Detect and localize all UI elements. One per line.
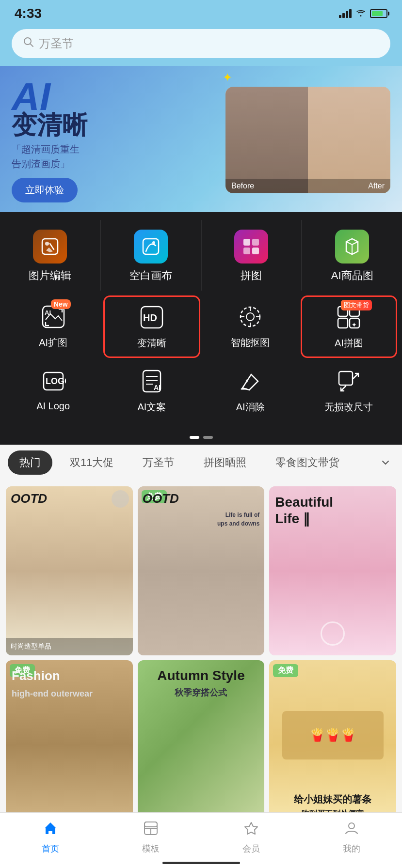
big-tool-puzzle-label: 拼图 bbox=[241, 268, 262, 283]
mine-icon bbox=[344, 821, 359, 840]
search-bar[interactable]: 万圣节 bbox=[12, 29, 390, 58]
nav-template[interactable]: 模板 bbox=[142, 821, 160, 854]
template-card-6[interactable]: 免费 🍟🍟🍟 给小姐妹买的薯条吃到买不到处便宜 bbox=[269, 660, 396, 829]
signal-icon bbox=[339, 9, 352, 18]
big-tool-canvas-label: 空白画布 bbox=[129, 268, 172, 283]
big-tool-edit-label: 图片编辑 bbox=[29, 268, 71, 283]
svg-rect-8 bbox=[243, 248, 250, 254]
svg-text:AI: AI bbox=[45, 309, 51, 316]
big-tool-ai-product-label: AI商品图 bbox=[331, 268, 373, 283]
home-icon bbox=[43, 821, 58, 840]
hero-cta-button[interactable]: 立即体验 bbox=[12, 178, 78, 202]
template-img-1: OOTD 时尚造型单品 bbox=[6, 486, 133, 655]
resize-icon bbox=[333, 366, 364, 397]
hero-text-block: AI 变清晰 「超清画质重生 告别渣画质」 立即体验 bbox=[12, 78, 225, 202]
svg-line-1 bbox=[30, 44, 33, 46]
bottom-indicator bbox=[0, 862, 402, 864]
svg-rect-4 bbox=[143, 239, 159, 254]
big-tool-puzzle[interactable]: 拼图 bbox=[202, 220, 302, 291]
small-tool-ai-erase[interactable]: ✦ AI消除 bbox=[201, 359, 300, 420]
nav-home[interactable]: 首页 bbox=[42, 821, 59, 854]
home-indicator-line bbox=[162, 862, 240, 864]
search-icon bbox=[23, 37, 34, 50]
autumn-style-text: Autumn Style秋季穿搭公式 bbox=[138, 668, 265, 699]
small-tool-cutout-label: 智能抠图 bbox=[231, 336, 270, 349]
svg-point-3 bbox=[45, 242, 49, 246]
template-img-2: 免费 OOTD Life is full of ups and downs bbox=[138, 486, 265, 655]
nav-template-label: 模板 bbox=[142, 843, 160, 854]
small-tool-ai-collage-label: AI拼图 bbox=[335, 337, 363, 350]
before-label: Before bbox=[231, 182, 254, 190]
template-card-1[interactable]: OOTD 时尚造型单品 bbox=[6, 486, 133, 655]
nav-home-label: 首页 bbox=[42, 843, 59, 854]
fashion-text: Fashionhigh-end outerwear bbox=[12, 668, 93, 701]
search-input[interactable]: 万圣节 bbox=[39, 36, 74, 51]
hero-before-image bbox=[225, 87, 308, 193]
member-icon bbox=[243, 821, 259, 840]
small-tool-ai-logo[interactable]: LOGO AI Logo bbox=[4, 359, 102, 420]
puzzle-icon bbox=[234, 230, 268, 264]
svg-rect-35 bbox=[145, 822, 157, 827]
beautiful-life-text: BeautifulLife ‖ bbox=[275, 494, 333, 527]
svg-rect-22 bbox=[338, 318, 348, 328]
battery-icon bbox=[370, 9, 387, 18]
big-tool-edit[interactable]: 图片编辑 bbox=[0, 220, 100, 291]
filter-tab-collage[interactable]: 拼图晒照 bbox=[192, 450, 258, 475]
ai-copy-icon: AI bbox=[136, 366, 167, 397]
svg-rect-33 bbox=[339, 372, 353, 385]
big-tool-ai-product[interactable]: AI商品图 bbox=[302, 220, 402, 291]
svg-text:✦: ✦ bbox=[352, 322, 356, 328]
svg-rect-7 bbox=[252, 239, 259, 246]
hero-after-image bbox=[308, 87, 390, 193]
hero-image-labels: Before After bbox=[225, 179, 390, 193]
big-tool-canvas[interactable]: 空白画布 bbox=[101, 220, 201, 291]
small-tool-ai-copy-label: AI文案 bbox=[137, 401, 166, 414]
nav-mine[interactable]: 我的 bbox=[343, 821, 360, 854]
hero-comparison-image: Before After bbox=[225, 87, 390, 193]
filter-tab-snack[interactable]: 零食图文带货 bbox=[264, 450, 351, 475]
filter-expand-button[interactable] bbox=[377, 454, 394, 471]
nav-mine-label: 我的 bbox=[343, 843, 360, 854]
wifi-icon bbox=[355, 8, 366, 19]
hero-subtitle-line1: 「超清画质重生 bbox=[12, 144, 80, 155]
template-card-4[interactable]: 免费 Fashionhigh-end outerwear bbox=[6, 660, 133, 829]
small-tool-ai-copy[interactable]: AI AI文案 bbox=[102, 359, 201, 420]
small-tool-ai-erase-label: AI消除 bbox=[236, 401, 265, 414]
dot-2 bbox=[203, 436, 213, 439]
svg-text:HD: HD bbox=[143, 312, 157, 323]
svg-rect-9 bbox=[252, 248, 259, 254]
cutout-icon bbox=[235, 301, 266, 332]
new-badge: New bbox=[51, 299, 71, 309]
template-card-2[interactable]: 免费 OOTD Life is full of ups and downs bbox=[138, 486, 265, 655]
sparkle-icon: ✦ bbox=[223, 71, 232, 84]
template-card-3[interactable]: BeautifulLife ‖ bbox=[269, 486, 396, 655]
filter-tab-double11[interactable]: 双11大促 bbox=[58, 450, 125, 475]
status-bar: 4:33 bbox=[0, 0, 402, 25]
small-tool-resize[interactable]: 无损改尺寸 bbox=[300, 359, 398, 420]
template-img-3: BeautifulLife ‖ bbox=[269, 486, 396, 655]
small-tool-cutout[interactable]: 智能抠图 bbox=[201, 294, 300, 359]
hero-ai-label: AI bbox=[12, 78, 225, 116]
hd-clear-icon: HD bbox=[136, 302, 167, 333]
ai-logo-icon: LOGO bbox=[38, 366, 69, 397]
small-tool-hd-clear[interactable]: HD 变清晰 bbox=[103, 295, 200, 358]
small-tool-ai-expand-label: AI扩图 bbox=[39, 336, 67, 349]
filter-tab-halloween[interactable]: 万圣节 bbox=[131, 450, 186, 475]
svg-point-38 bbox=[349, 823, 354, 829]
small-tool-ai-collage[interactable]: 图文带货 ✦ AI拼图 bbox=[301, 295, 397, 358]
small-tool-ai-expand[interactable]: New AI AI扩图 bbox=[4, 294, 102, 359]
svg-point-15 bbox=[246, 313, 254, 321]
svg-text:✦: ✦ bbox=[244, 378, 249, 385]
filter-tab-hot[interactable]: 热门 bbox=[8, 450, 52, 475]
edit-icon bbox=[33, 230, 67, 264]
svg-point-5 bbox=[152, 241, 155, 244]
nav-member[interactable]: 会员 bbox=[242, 821, 260, 854]
page-dots bbox=[0, 428, 402, 445]
ai-expand-icon: New AI bbox=[38, 301, 69, 332]
template-card-5[interactable]: Autumn Style秋季穿搭公式 bbox=[138, 660, 265, 829]
small-tool-resize-label: 无损改尺寸 bbox=[324, 401, 373, 414]
ai-collage-icon: 图文带货 ✦ bbox=[333, 302, 364, 333]
dot-1 bbox=[190, 436, 199, 439]
after-label: After bbox=[368, 182, 385, 190]
hero-subtitle-line2: 告别渣画质」 bbox=[12, 158, 70, 169]
